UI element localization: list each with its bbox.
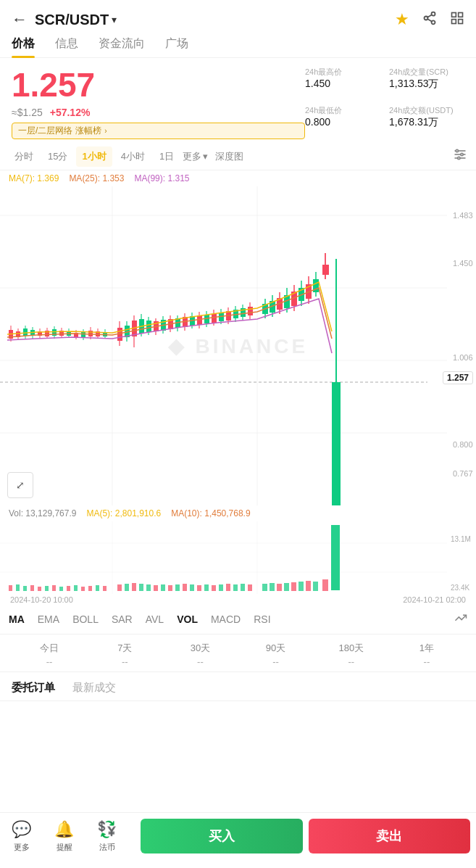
stat-vol-scr-label: 24h成交量(SCR) — [389, 67, 464, 78]
ind-tab-ema[interactable]: EMA — [38, 613, 59, 625]
more-icon: 💬 — [12, 820, 31, 839]
xaxis: 2024-10-20 10:00 2024-10-21 02:00 — [0, 594, 476, 605]
svg-rect-151 — [248, 584, 252, 591]
vol-ma-indicators: Vol: 13,129,767.9 MA(5): 2,801,910.6 MA(… — [0, 505, 476, 521]
xaxis-right: 2024-10-21 02:00 — [403, 595, 466, 604]
svg-rect-129 — [81, 587, 85, 591]
bottom-nav-alert[interactable]: 🔔 提醒 — [43, 820, 85, 853]
current-price-label: 1.257 — [443, 371, 473, 384]
ind-tab-rsi[interactable]: RSI — [254, 613, 270, 625]
vol-label: Vol: 13,129,767.9 — [9, 508, 76, 518]
ma99-indicator: MA(99): 1.315 — [134, 173, 189, 183]
svg-rect-159 — [313, 582, 318, 591]
period-depth[interactable]: 深度图 — [215, 150, 243, 163]
xaxis-left: 2024-10-20 10:00 — [10, 595, 73, 604]
indicator-tabs: MA EMA BOLL SAR AVL VOL MACD RSI — [0, 605, 476, 635]
order-tab-recent[interactable]: 最新成交 — [72, 681, 116, 695]
svg-rect-140 — [168, 585, 172, 591]
ma-indicators: MA(7): 1.369 MA(25): 1.353 MA(99): 1.315 — [0, 170, 476, 186]
ind-tab-avl[interactable]: AVL — [146, 613, 164, 625]
svg-rect-133 — [117, 584, 122, 591]
indicator-settings-icon[interactable] — [454, 611, 467, 628]
share-icon[interactable] — [422, 11, 437, 29]
order-tabs: 委托订单 最新成交 — [0, 672, 476, 701]
svg-text:0.767: 0.767 — [453, 469, 473, 478]
bottom-spacer — [0, 701, 476, 766]
perf-180d: 180天 -- — [314, 642, 389, 667]
stat-vol-usdt-label: 24h成交额(USDT) — [389, 105, 464, 116]
period-tabs: 分时 15分 1小时 4小时 1日 更多 ▾ 深度图 — [0, 144, 476, 170]
header: ← SCR/USDT ▾ ★ — [0, 0, 476, 36]
svg-text:13.1M: 13.1M — [451, 535, 471, 543]
bottom-nav-more[interactable]: 💬 更多 — [0, 820, 43, 853]
price-tag-label[interactable]: 一层/二层网络 涨幅榜 › — [12, 123, 305, 139]
sell-button[interactable]: 卖出 — [309, 819, 470, 853]
trading-pair-title: SCR/USDT — [35, 12, 109, 28]
svg-rect-127 — [67, 586, 70, 591]
svg-rect-128 — [74, 585, 78, 591]
stat-vol-usdt-val: 1,678.31万 — [389, 116, 464, 129]
svg-text:1.450: 1.450 — [453, 259, 473, 268]
svg-rect-152 — [262, 584, 267, 591]
svg-rect-155 — [284, 583, 289, 591]
stat-vol-scr: 24h成交量(SCR) 1,313.53万 — [389, 67, 464, 101]
period-more[interactable]: 更多 ▾ — [183, 150, 208, 163]
bottom-nav-fiat[interactable]: 💱 法币 — [85, 820, 128, 853]
tab-price[interactable]: 价格 — [12, 36, 35, 57]
price-tag-arrow: › — [104, 127, 107, 135]
period-tab-tick[interactable]: 分时 — [9, 146, 39, 167]
order-tab-pending[interactable]: 委托订单 — [12, 681, 55, 695]
svg-rect-8 — [459, 19, 463, 23]
svg-rect-135 — [132, 583, 136, 591]
volume-chart[interactable]: 13.1M 23.4K — [0, 521, 476, 594]
svg-rect-132 — [103, 586, 107, 591]
price-change: +57.12% — [50, 107, 91, 118]
tab-square[interactable]: 广场 — [165, 36, 188, 57]
svg-text:0.800: 0.800 — [453, 440, 473, 449]
period-tab-15m[interactable]: 15分 — [42, 146, 73, 167]
svg-rect-7 — [452, 19, 456, 23]
period-tab-4h[interactable]: 4小时 — [115, 146, 151, 167]
fiat-icon: 💱 — [97, 820, 117, 839]
current-price: 1.257 — [12, 67, 305, 104]
header-actions: ★ — [395, 10, 464, 29]
ma7-indicator: MA(7): 1.369 — [9, 173, 59, 183]
price-tag-suffix: 涨幅榜 — [75, 125, 101, 137]
fiat-label: 法币 — [99, 842, 115, 853]
tab-fund-flow[interactable]: 资金流向 — [99, 36, 145, 57]
grid-icon[interactable] — [450, 11, 464, 29]
price-usd: ≈$1.25 — [12, 107, 43, 118]
main-tabs: 价格 信息 资金流向 广场 — [0, 36, 476, 58]
back-button[interactable]: ← — [12, 10, 28, 29]
svg-rect-126 — [59, 587, 63, 591]
ind-tab-boll[interactable]: BOLL — [72, 613, 99, 625]
buy-button[interactable]: 买入 — [141, 819, 302, 853]
stat-low-label: 24h最低价 — [305, 105, 380, 116]
svg-point-14 — [458, 157, 460, 159]
stat-24h-high: 24h最高价 1.450 — [305, 67, 380, 101]
ind-tab-vol[interactable]: VOL — [177, 613, 198, 625]
bottom-navigation: 💬 更多 🔔 提醒 💱 法币 买入 卖出 — [0, 812, 476, 868]
perf-7d: 7天 -- — [87, 642, 162, 667]
svg-rect-137 — [146, 584, 151, 591]
svg-rect-138 — [154, 585, 158, 591]
period-tab-1h[interactable]: 1小时 — [76, 146, 112, 167]
favorite-star-icon[interactable]: ★ — [395, 10, 409, 29]
dropdown-icon[interactable]: ▾ — [112, 14, 117, 25]
ind-tab-sar[interactable]: SAR — [112, 613, 133, 625]
tab-info[interactable]: 信息 — [55, 36, 78, 57]
stat-high-val: 1.450 — [305, 78, 380, 89]
chart-settings-icon[interactable] — [453, 147, 467, 165]
svg-point-12 — [456, 149, 458, 152]
period-tab-1d[interactable]: 1日 — [154, 146, 180, 167]
expand-button[interactable]: ⤢ — [7, 472, 33, 498]
svg-rect-145 — [204, 584, 209, 591]
bottom-left-items: 💬 更多 🔔 提醒 💱 法币 — [0, 820, 135, 853]
ind-tab-ma[interactable]: MA — [9, 613, 25, 625]
vol-ma5: MA(5): 2,801,910.6 — [86, 508, 161, 518]
chart-svg: 1.483 1.450 1.006 0.800 0.767 — [0, 186, 476, 505]
stats-grid: 24h最高价 1.450 24h成交量(SCR) 1,313.53万 24h最低… — [305, 67, 464, 139]
main-chart[interactable]: 1.483 1.450 1.006 0.800 0.767 — [0, 186, 476, 505]
ind-tab-macd[interactable]: MACD — [211, 613, 241, 625]
alert-icon: 🔔 — [54, 820, 74, 839]
